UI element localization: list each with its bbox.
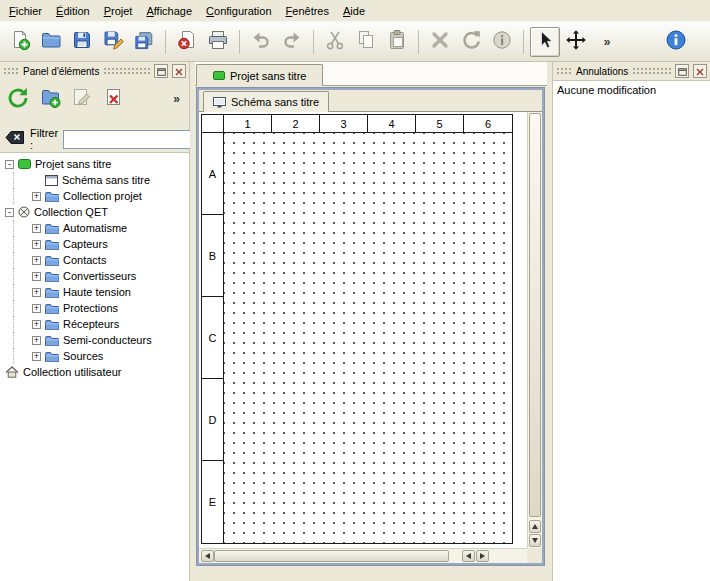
menu-edition[interactable]: Édition xyxy=(49,1,97,21)
collections-tree[interactable]: - Projet sans titre Schéma sans titre + … xyxy=(0,152,189,581)
expander-icon[interactable]: + xyxy=(32,352,41,361)
edit-element-button[interactable] xyxy=(68,85,96,113)
expander-icon[interactable]: + xyxy=(32,192,41,201)
menu-fichier[interactable]: Fichier xyxy=(2,1,49,21)
float-panel-button[interactable] xyxy=(154,64,168,78)
tab-projet-sans-titre[interactable]: Projet sans titre xyxy=(196,64,323,86)
scroll-left-end-button[interactable] xyxy=(462,550,475,562)
project-area: Projet sans titre Schéma sans titre xyxy=(195,62,547,581)
folder-icon xyxy=(45,287,59,298)
expander-icon[interactable]: + xyxy=(32,320,41,329)
menu-fenetres[interactable]: Fenêtres xyxy=(279,1,336,21)
elements-panel-titlebar[interactable]: Panel d'éléments xyxy=(0,62,189,80)
print-button[interactable] xyxy=(203,27,233,57)
undo-list[interactable]: Aucune modification xyxy=(553,80,710,581)
scroll-up-button[interactable] xyxy=(529,520,541,533)
paste-button[interactable] xyxy=(382,27,412,57)
redo-button[interactable] xyxy=(277,27,307,57)
tree-item-label: Protections xyxy=(63,302,118,314)
select-tool-button[interactable] xyxy=(530,27,560,57)
open-project-button[interactable] xyxy=(36,27,66,57)
tree-item-convertisseurs[interactable]: + Convertisseurs xyxy=(0,268,189,284)
home-icon xyxy=(5,366,19,378)
close-project-button[interactable] xyxy=(172,27,202,57)
help-info-button[interactable] xyxy=(661,27,691,57)
expander-icon[interactable]: - xyxy=(5,208,14,217)
close-panel-button[interactable] xyxy=(693,64,707,78)
vertical-scrollbar[interactable] xyxy=(527,112,542,548)
tree-item-label: Collection projet xyxy=(63,190,142,202)
toolbar-separator xyxy=(313,30,314,54)
undo-list-item[interactable]: Aucune modification xyxy=(553,81,710,99)
rotate-button[interactable] xyxy=(456,27,486,57)
copy-button[interactable] xyxy=(351,27,381,57)
tree-item-automatisme[interactable]: + Automatisme xyxy=(0,220,189,236)
arrow-down-icon xyxy=(532,538,538,543)
tree-indent xyxy=(13,316,28,332)
info-button[interactable] xyxy=(487,27,517,57)
dock-grip[interactable] xyxy=(632,67,671,75)
tree-item-collection-projet[interactable]: + Collection projet xyxy=(0,188,189,204)
dock-grip[interactable] xyxy=(3,67,19,75)
new-element-button[interactable] xyxy=(36,85,64,113)
undo-panel-title: Annulations xyxy=(576,66,628,77)
expander-icon[interactable]: + xyxy=(32,304,41,313)
schematic-canvas[interactable] xyxy=(224,133,512,543)
menu-aide[interactable]: Aide xyxy=(336,1,372,21)
clear-filter-button[interactable] xyxy=(5,130,25,148)
schema-view: 1 2 3 4 5 6 A B C D xyxy=(199,112,542,563)
tree-item-capteurs[interactable]: + Capteurs xyxy=(0,236,189,252)
tree-item-collection-utilisateur[interactable]: Collection utilisateur xyxy=(0,364,189,380)
tree-item-protections[interactable]: + Protections xyxy=(0,300,189,316)
expander-icon[interactable]: + xyxy=(32,272,41,281)
column-label: 2 xyxy=(272,115,320,132)
save-as-button[interactable] xyxy=(98,27,128,57)
expander-icon[interactable]: + xyxy=(32,288,41,297)
tree-item-sources[interactable]: + Sources xyxy=(0,348,189,364)
cut-button[interactable] xyxy=(320,27,350,57)
tree-item-semi-conducteurs[interactable]: + Semi-conducteurs xyxy=(0,332,189,348)
expander-icon[interactable]: - xyxy=(5,160,14,169)
undo-panel-titlebar[interactable]: Annulations xyxy=(553,62,710,80)
float-panel-button[interactable] xyxy=(675,64,689,78)
schema-icon xyxy=(45,175,58,186)
tree-item-collection-qet[interactable]: - Collection QET xyxy=(0,204,189,220)
save-button[interactable] xyxy=(67,27,97,57)
expander-icon[interactable]: + xyxy=(32,224,41,233)
folder-icon xyxy=(45,223,59,234)
menu-configuration[interactable]: Configuration xyxy=(199,1,278,21)
undo-button[interactable] xyxy=(246,27,276,57)
menu-projet[interactable]: Projet xyxy=(97,1,140,21)
panel-overflow-button[interactable]: » xyxy=(168,88,185,110)
new-project-button[interactable] xyxy=(5,27,35,57)
tree-item-project[interactable]: - Projet sans titre xyxy=(0,156,189,172)
delete-button[interactable] xyxy=(425,27,455,57)
scroll-track[interactable] xyxy=(451,550,461,562)
tree-item-contacts[interactable]: + Contacts xyxy=(0,252,189,268)
v-scroll-thumb[interactable] xyxy=(529,113,541,517)
delete-element-button[interactable] xyxy=(100,85,128,113)
expander-icon[interactable]: + xyxy=(32,240,41,249)
tree-item-label: Sources xyxy=(63,350,103,362)
horizontal-scrollbar[interactable] xyxy=(199,548,527,563)
h-scroll-thumb[interactable] xyxy=(214,550,449,562)
tab-schema-sans-titre[interactable]: Schéma sans titre xyxy=(203,91,329,112)
dock-grip[interactable] xyxy=(103,67,150,75)
expander-icon[interactable]: + xyxy=(32,256,41,265)
scroll-left-button[interactable] xyxy=(201,550,214,562)
move-tool-button[interactable] xyxy=(561,27,591,57)
reload-collections-button[interactable] xyxy=(4,85,32,113)
save-all-button[interactable] xyxy=(129,27,159,57)
dock-grip[interactable] xyxy=(556,67,572,75)
scroll-down-button[interactable] xyxy=(529,534,541,547)
tree-item-haute-tension[interactable]: + Haute tension xyxy=(0,284,189,300)
toolbar-overflow-button[interactable]: » xyxy=(592,27,622,57)
close-project-icon xyxy=(176,29,198,54)
scroll-right-button[interactable] xyxy=(476,550,489,562)
tree-item-schema[interactable]: Schéma sans titre xyxy=(0,172,189,188)
menu-affichage[interactable]: Affichage xyxy=(139,1,199,21)
tree-item-label: Collection QET xyxy=(34,206,108,218)
tree-item-recepteurs[interactable]: + Récepteurs xyxy=(0,316,189,332)
expander-icon[interactable]: + xyxy=(32,336,41,345)
close-panel-button[interactable] xyxy=(172,64,186,78)
